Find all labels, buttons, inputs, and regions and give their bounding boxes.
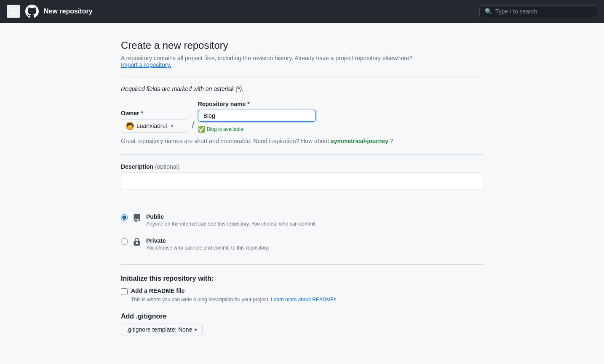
gitignore-section: Add .gitignore .gitignore template: None… xyxy=(121,313,483,335)
description-input[interactable] xyxy=(121,173,483,189)
owner-dropdown[interactable]: 🧒 Luanxiaorui ▾ xyxy=(121,119,188,133)
chevron-down-icon: ▾ xyxy=(171,123,174,129)
public-option: Public Anyone on the internet can see th… xyxy=(121,208,483,232)
divider-4 xyxy=(121,264,483,265)
chevron-down-icon: ▾ xyxy=(195,327,197,332)
owner-name: Luanxiaorui xyxy=(136,122,167,129)
gitignore-btn-label: .gitignore template: None xyxy=(126,326,192,333)
main-content: Create a new repository A repository con… xyxy=(0,23,604,352)
inspiration-text: Great repository names are short and mem… xyxy=(121,138,483,144)
init-section: Initialize this repository with: Add a R… xyxy=(121,275,483,303)
divider-2 xyxy=(121,154,483,155)
gitignore-dropdown[interactable]: .gitignore template: None ▾ xyxy=(121,324,203,335)
search-placeholder: Type / to search xyxy=(495,8,537,15)
divider-3 xyxy=(121,198,483,198)
book-icon xyxy=(133,214,141,224)
repo-name-input[interactable] xyxy=(198,110,316,122)
import-repo-link[interactable]: Import a repository. xyxy=(121,61,171,68)
owner-repo-row: Owner * 🧒 Luanxiaorui ▾ / Repository nam… xyxy=(121,101,483,133)
slash-separator: / xyxy=(192,119,195,133)
readme-checkbox[interactable] xyxy=(121,288,128,295)
description-section: Description (optional) xyxy=(121,163,483,189)
page-title: Create a new repository xyxy=(121,40,483,51)
header: ☰ New repository 🔍 Type / to search xyxy=(0,0,604,23)
form-container: Create a new repository A repository con… xyxy=(121,40,483,335)
readme-checkbox-row: Add a README file xyxy=(121,287,483,295)
check-circle-icon: ✅ xyxy=(198,126,205,133)
public-radio[interactable] xyxy=(121,214,128,221)
inspiration-suggestion[interactable]: symmetrical-journey xyxy=(331,138,388,144)
header-title: New repository xyxy=(44,8,93,15)
owner-label: Owner * xyxy=(121,110,188,117)
page-subtitle: A repository contains all project files,… xyxy=(121,55,483,68)
repo-name-label: Repository name * xyxy=(198,101,316,107)
public-desc: Anyone on the internet can see this repo… xyxy=(146,221,317,227)
private-info: Private You choose who can see and commi… xyxy=(146,237,269,251)
description-optional: (optional) xyxy=(155,163,179,170)
availability-message: ✅ Blog is available. xyxy=(198,126,316,133)
public-label: Public xyxy=(146,213,317,220)
owner-field-group: Owner * 🧒 Luanxiaorui ▾ xyxy=(121,110,188,133)
gitignore-title: Add .gitignore xyxy=(121,313,483,320)
init-title: Initialize this repository with: xyxy=(121,275,483,282)
private-label: Private xyxy=(146,237,269,244)
private-desc: You choose who can see and commit to thi… xyxy=(146,245,269,251)
search-icon: 🔍 xyxy=(485,8,492,15)
owner-avatar: 🧒 xyxy=(126,122,134,130)
public-info: Public Anyone on the internet can see th… xyxy=(146,213,317,227)
required-note: Required fields are marked with an aster… xyxy=(121,85,483,92)
readme-label: Add a README file xyxy=(131,287,185,294)
description-label: Description (optional) xyxy=(121,163,483,170)
repo-name-field-group: Repository name * ✅ Blog is available. xyxy=(198,101,316,133)
readme-desc: This is where you can write a long descr… xyxy=(131,297,483,303)
visibility-section: Public Anyone on the internet can see th… xyxy=(121,208,483,256)
readme-link[interactable]: Learn more about READMEs. xyxy=(271,297,338,303)
divider-1 xyxy=(121,77,483,77)
hamburger-button[interactable]: ☰ xyxy=(7,5,20,18)
search-bar[interactable]: 🔍 Type / to search xyxy=(479,5,597,17)
private-radio[interactable] xyxy=(121,238,128,245)
lock-icon xyxy=(133,238,141,248)
private-option: Private You choose who can see and commi… xyxy=(121,232,483,256)
github-logo xyxy=(25,5,39,18)
